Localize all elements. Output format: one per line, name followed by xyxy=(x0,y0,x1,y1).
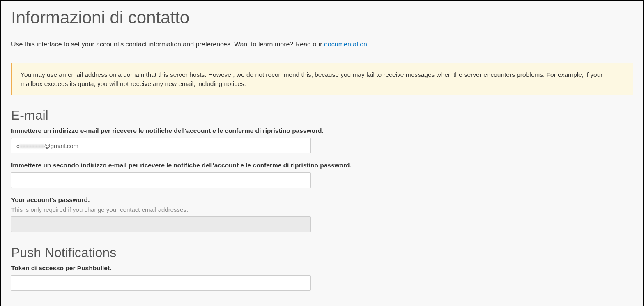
email-prefix: c xyxy=(16,142,20,149)
password-help-text: This is only required if you change your… xyxy=(11,206,633,213)
pushbullet-token-input[interactable] xyxy=(11,275,311,291)
password-label: Your account's password: xyxy=(11,196,633,204)
page-title: Informazioni di contatto xyxy=(11,1,633,31)
primary-email-input[interactable]: cxxxxxxxx@gmail.com xyxy=(11,138,311,153)
primary-email-label: Immettere un indirizzo e-mail per riceve… xyxy=(11,127,633,134)
email-section-heading: E-mail xyxy=(11,103,633,127)
email-obscured: xxxxxxxx xyxy=(20,142,44,149)
intro-text: Use this interface to set your account's… xyxy=(11,31,633,63)
warning-text: You may use an email address on a domain… xyxy=(21,71,603,87)
secondary-email-input[interactable] xyxy=(11,172,311,188)
intro-suffix: . xyxy=(367,41,369,48)
intro-prefix: Use this interface to set your account's… xyxy=(11,41,324,48)
secondary-email-label: Immettere un secondo indirizzo e-mail pe… xyxy=(11,162,633,169)
email-suffix: @gmail.com xyxy=(44,142,79,149)
password-input[interactable] xyxy=(11,216,311,232)
pushbullet-token-label: Token di accesso per Pushbullet. xyxy=(11,264,633,272)
documentation-link[interactable]: documentation xyxy=(324,41,367,48)
push-section-heading: Push Notifications xyxy=(11,240,633,264)
warning-alert: You may use an email address on a domain… xyxy=(11,63,633,95)
